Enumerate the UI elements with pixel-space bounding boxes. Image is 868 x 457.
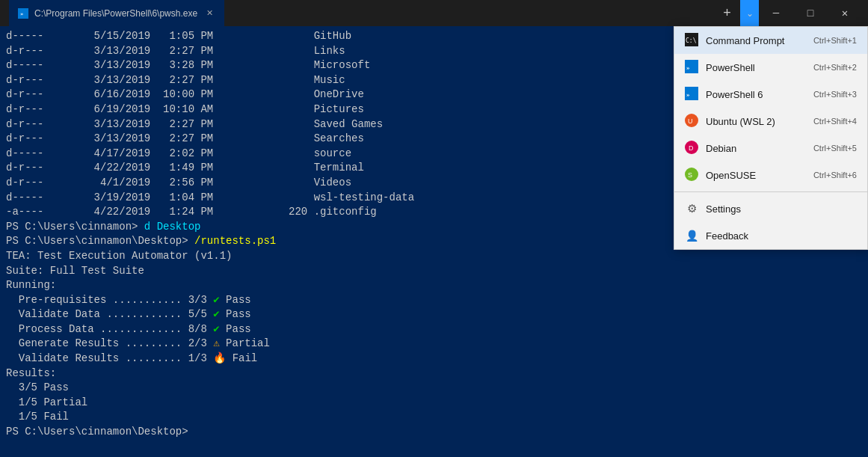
terminal-window: » C:\Program Files\PowerShell\6\pwsh.exe… (0, 0, 868, 457)
debian-icon-wrap: D (685, 141, 698, 155)
ps-icon-wrap: » (685, 61, 698, 74)
menu-item-shortcut-debian: Ctrl+Shift+5 (813, 144, 857, 153)
feedback-icon-wrap: 👤 (685, 229, 698, 242)
ps6-icon-wrap: » (685, 88, 698, 101)
terminal-line: Validate Data ............ 5/5 ✔ Pass (6, 307, 862, 322)
opensuse-icon: S (685, 168, 698, 183)
tab-powershell-icon: » (18, 8, 28, 19)
menu-item-shortcut-opensuse: Ctrl+Shift+6 (813, 171, 857, 180)
menu-item-cmd[interactable]: C:\Command PromptCtrl+Shift+1 (674, 27, 867, 54)
terminal-line: 1/5 Partial (6, 396, 862, 411)
terminal-line: Process Data ............. 8/8 ✔ Pass (6, 322, 862, 337)
menu-divider (674, 191, 867, 192)
settings-gear-icon: ⚙ (687, 202, 697, 215)
title-bar-controls: + ⌄ ─ □ ✕ (714, 0, 862, 26)
menu-item-label-ubuntu: Ubuntu (WSL 2) (706, 116, 806, 127)
settings-icon-wrap: ⚙ (685, 202, 698, 215)
ubuntu-icon-wrap: U (685, 114, 698, 128)
powershell-icon: » (685, 87, 698, 102)
cmd-icon: C:\ (685, 33, 698, 49)
svg-text:D: D (689, 144, 694, 152)
menu-item-settings[interactable]: ⚙Settings (674, 195, 867, 222)
svg-text:»: » (686, 91, 690, 98)
maximize-button[interactable]: □ (793, 0, 828, 26)
terminal-line: Generate Results ......... 2/3 ⚠ Partial (6, 337, 862, 352)
menu-item-label-ps6: PowerShell 6 (706, 89, 806, 100)
svg-text:U: U (688, 117, 693, 125)
tab-close-button[interactable]: ✕ (203, 7, 215, 19)
menu-item-opensuse[interactable]: SOpenSUSECtrl+Shift+6 (674, 162, 867, 188)
svg-text:»: » (20, 11, 23, 17)
menu-item-ubuntu[interactable]: UUbuntu (WSL 2)Ctrl+Shift+4 (674, 108, 867, 135)
opensuse-icon-wrap: S (685, 168, 698, 182)
menu-item-shortcut-ubuntu: Ctrl+Shift+4 (813, 117, 857, 126)
menu-item-shortcut-ps: Ctrl+Shift+2 (813, 63, 857, 72)
menu-item-shortcut-cmd: Ctrl+Shift+1 (813, 36, 857, 45)
powershell-icon: » (685, 60, 698, 76)
menu-item-feedback[interactable]: 👤Feedback (674, 222, 867, 249)
menu-item-ps[interactable]: »PowerShellCtrl+Shift+2 (674, 54, 867, 81)
debian-icon: D (685, 141, 698, 156)
menu-item-ps6[interactable]: »PowerShell 6Ctrl+Shift+3 (674, 81, 867, 108)
terminal-line: Running: (6, 278, 862, 293)
ubuntu-icon: U (685, 114, 698, 129)
active-tab[interactable]: » C:\Program Files\PowerShell\6\pwsh.exe… (9, 0, 224, 26)
terminal-line: Validate Results ......... 1/3 🔥 Fail (6, 352, 862, 366)
tab-label: C:\Program Files\PowerShell\6\pwsh.exe (34, 8, 197, 19)
terminal-line: Results: (6, 366, 862, 381)
terminal-line: 3/5 Pass (6, 381, 862, 396)
menu-item-label-opensuse: OpenSUSE (706, 170, 806, 181)
feedback-icon: 👤 (686, 230, 698, 242)
close-button[interactable]: ✕ (828, 0, 862, 26)
svg-text:C:\: C:\ (686, 37, 697, 44)
terminal-line: PS C:\Users\cinnamon\Desktop> (6, 425, 862, 440)
terminal-line: TEA: Test Execution Automator (v1.1) (6, 249, 862, 264)
terminal-line: 1/5 Fail (6, 410, 862, 425)
menu-item-label-cmd: Command Prompt (706, 35, 806, 46)
menu-item-shortcut-ps6: Ctrl+Shift+3 (813, 90, 857, 99)
title-bar: » C:\Program Files\PowerShell\6\pwsh.exe… (0, 0, 868, 26)
terminal-line: Pre-requisites ........... 3/3 ✔ Pass (6, 293, 862, 308)
menu-item-label-debian: Debian (706, 143, 806, 154)
menu-item-label-feedback: Feedback (706, 230, 857, 242)
menu-item-debian[interactable]: DDebianCtrl+Shift+5 (674, 135, 867, 162)
svg-text:»: » (686, 64, 690, 71)
svg-text:S: S (688, 171, 692, 179)
minimize-button[interactable]: ─ (759, 0, 793, 26)
menu-item-label-ps: PowerShell (706, 62, 806, 73)
menu-item-label-settings: Settings (706, 203, 857, 215)
dropdown-menu: C:\Command PromptCtrl+Shift+1»PowerShell… (674, 26, 868, 250)
new-tab-button[interactable]: + (714, 0, 740, 26)
terminal-line: Suite: Full Test Suite (6, 264, 862, 279)
dropdown-button[interactable]: ⌄ (740, 0, 759, 26)
cmd-icon-wrap: C:\ (685, 34, 698, 47)
